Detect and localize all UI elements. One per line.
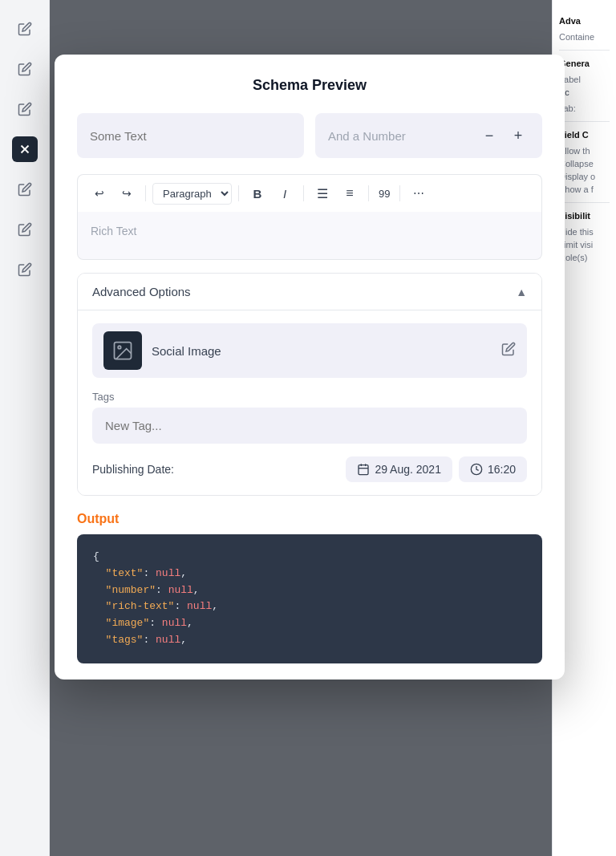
toolbar-separator-4: [368, 185, 369, 201]
right-sidebar-divider-3: [559, 202, 610, 203]
fields-row: And a Number − +: [77, 113, 542, 158]
toolbar-separator-2: [238, 185, 239, 201]
right-sidebar-label: Label: [559, 75, 610, 84]
publishing-date-row: Publishing Date: 29 Aug. 2021 16:20: [92, 456, 527, 482]
rich-text-area[interactable]: Rich Text: [77, 212, 542, 260]
some-text-input[interactable]: [77, 113, 304, 158]
advanced-options-header[interactable]: Advanced Options ▲: [78, 274, 541, 310]
output-section: Output { "text": null, "number": null, "…: [77, 512, 542, 663]
social-image-row: Social Image: [92, 323, 527, 378]
sidebar-icon-2[interactable]: [12, 56, 38, 82]
rich-text-placeholder: Rich Text: [91, 225, 136, 237]
publishing-date-label: Publishing Date:: [92, 463, 174, 476]
right-sidebar-display: Display o: [559, 172, 610, 181]
social-image-left: Social Image: [103, 331, 221, 370]
italic-button[interactable]: I: [273, 181, 297, 205]
advanced-options-body: Social Image Tags Publishing Date: 29 Au…: [78, 310, 541, 495]
right-sidebar-hide: Hide this: [559, 227, 610, 237]
tags-section: Tags: [92, 391, 527, 456]
date-value: 29 Aug. 2021: [375, 463, 441, 476]
right-sidebar-show: Show a f: [559, 185, 610, 194]
right-sidebar-ac: Ac: [559, 87, 610, 97]
sidebar-icon-1[interactable]: [12, 16, 38, 42]
unordered-list-button[interactable]: ☰: [310, 181, 334, 205]
advanced-options-section: Advanced Options ▲ Social Image: [77, 273, 542, 496]
undo-button[interactable]: ↩: [87, 181, 111, 205]
right-sidebar-collapse: Collapse: [559, 159, 610, 168]
time-value: 16:20: [488, 463, 516, 476]
right-sidebar-general-title: Genera: [559, 59, 610, 68]
svg-point-3: [118, 346, 121, 349]
new-tag-input[interactable]: [92, 408, 527, 444]
schema-preview-modal: Schema Preview And a Number − + ↩ ↪ Para…: [55, 55, 565, 680]
right-sidebar-allow: Allow th: [559, 146, 610, 156]
modal-title: Schema Preview: [77, 77, 542, 94]
date-time-group: 29 Aug. 2021 16:20: [346, 456, 527, 482]
ordered-list-button[interactable]: ≡: [338, 181, 362, 205]
svg-rect-4: [359, 465, 368, 475]
social-image-label: Social Image: [152, 344, 221, 358]
right-sidebar-roles: Role(s): [559, 253, 610, 262]
sidebar-icon-4[interactable]: [12, 176, 38, 202]
right-sidebar-field-title: Field C: [559, 130, 610, 140]
number-decrement-button[interactable]: −: [478, 124, 500, 147]
number-increment-button[interactable]: +: [507, 124, 529, 147]
toolbar-separator-5: [399, 185, 400, 201]
tags-label: Tags: [92, 391, 527, 403]
rich-text-editor: ↩ ↪ Paragraph B I ☰ ≡ 99 ⋯ Rich Text: [77, 174, 542, 260]
sidebar-icon-3[interactable]: [12, 96, 38, 122]
output-label: Output: [77, 512, 542, 526]
rich-text-toolbar: ↩ ↪ Paragraph B I ☰ ≡ 99 ⋯: [77, 174, 542, 212]
right-sidebar-limit: Limit visi: [559, 240, 610, 249]
sidebar-icon-5[interactable]: [12, 217, 38, 242]
right-sidebar-container: Containe: [559, 32, 610, 42]
right-sidebar-divider-1: [559, 50, 610, 51]
left-sidebar: [0, 0, 50, 856]
sidebar-icon-6[interactable]: [12, 257, 38, 282]
right-sidebar-adva-title: Adva: [559, 16, 610, 26]
toolbar-separator-1: [145, 185, 146, 201]
right-sidebar-visibility-title: Visibilit: [559, 211, 610, 221]
social-image-edit-button[interactable]: [501, 342, 516, 359]
right-sidebar-divider-2: [559, 121, 610, 122]
toolbar-separator-3: [303, 185, 304, 201]
time-picker-button[interactable]: 16:20: [459, 456, 527, 482]
number-field: And a Number − +: [315, 113, 542, 158]
paragraph-select[interactable]: Paragraph: [152, 183, 232, 205]
code-block: { "text": null, "number": null, "rich-te…: [77, 534, 542, 663]
calendar-icon: [357, 463, 370, 476]
chevron-up-icon: ▲: [516, 286, 527, 298]
more-options-button[interactable]: ⋯: [407, 181, 431, 205]
clock-icon: [470, 463, 483, 476]
right-sidebar-tab: Tab:: [559, 103, 610, 113]
toolbar-number: 99: [375, 188, 393, 200]
bold-button[interactable]: B: [245, 181, 270, 205]
number-placeholder: And a Number: [328, 129, 406, 143]
redo-button[interactable]: ↪: [115, 181, 139, 205]
date-picker-button[interactable]: 29 Aug. 2021: [346, 456, 452, 482]
social-image-thumbnail: [103, 331, 142, 370]
number-controls: − +: [478, 124, 529, 147]
advanced-options-label: Advanced Options: [92, 285, 191, 298]
sidebar-icon-close[interactable]: [12, 136, 38, 162]
